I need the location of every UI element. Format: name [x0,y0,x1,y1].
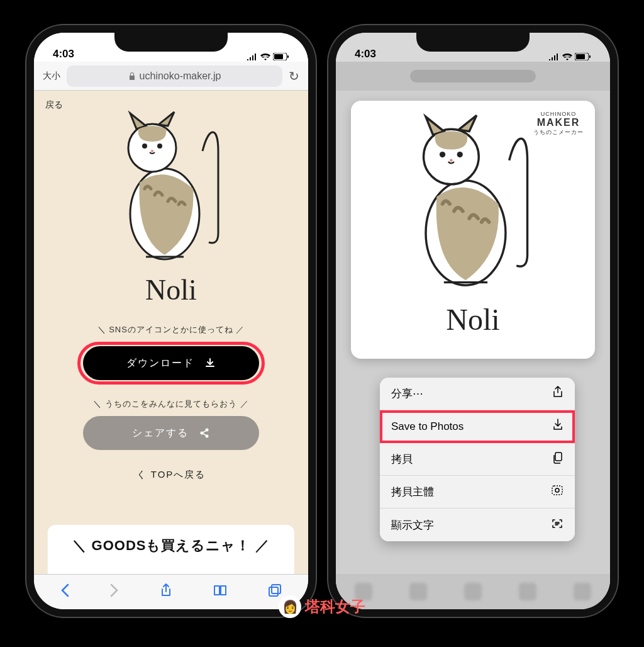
share-sheet-icon[interactable] [160,583,172,602]
svg-point-6 [157,143,162,149]
save-icon [552,419,564,434]
svg-rect-14 [576,54,585,59]
cat-illustration [397,110,548,298]
status-icons [548,53,591,60]
context-menu: 分享⋯ Save to Photos 拷貝 拷貝主體 [380,378,575,541]
bookmarks-icon[interactable] [213,584,227,600]
share-label: シェアする [132,427,189,440]
menu-item-copy[interactable]: 拷貝 [380,443,575,476]
back-link[interactable]: 戻る [45,99,63,111]
goods-banner[interactable]: ＼ GOODSも買えるニャ！ ／ [48,525,294,574]
menu-item-save-to-photos[interactable]: Save to Photos [380,410,575,443]
download-icon [204,357,216,369]
svg-rect-12 [269,587,278,596]
svg-point-20 [450,159,453,162]
share-icon [199,427,210,439]
download-button[interactable]: ダウンロード [83,346,259,380]
svg-point-18 [440,152,445,157]
highlight-ring-download: ダウンロード [77,342,265,385]
copy-icon [552,451,564,467]
notch [114,33,228,52]
phone-right: 4:03 UCHINOKO MAKER うちのこメーカー [328,25,618,617]
lock-icon [128,72,136,81]
text-size-button[interactable]: 大小 [43,70,60,82]
live-text-icon [551,518,564,532]
svg-rect-1 [274,54,283,59]
download-label: ダウンロード [126,357,194,370]
watermark-avatar: 👩 [279,595,301,618]
brand-logo: UCHINOKO MAKER うちのこメーカー [533,111,584,137]
blurred-toolbar [336,574,610,609]
svg-rect-11 [272,585,280,594]
cat-name: Noli [351,302,595,337]
menu-label: 分享⋯ [391,386,423,401]
url-text: uchinoko-maker.jp [140,70,221,82]
notch [416,33,530,52]
phone-left: 4:03 大小 uchinoko-maker.jp ↻ 戻る [26,25,316,617]
status-icons [247,53,289,60]
menu-item-show-text[interactable]: 顯示文字 [380,509,575,541]
svg-point-19 [457,152,463,157]
copy-subject-icon [551,485,564,499]
image-preview-card: UCHINOKO MAKER うちのこメーカー Noli [351,101,595,359]
reload-icon[interactable]: ↻ [289,69,299,84]
cat-illustration [108,107,234,271]
menu-label: 拷貝 [391,452,413,466]
status-time: 4:03 [53,48,74,60]
menu-item-share[interactable]: 分享⋯ [380,378,575,410]
menu-label: 顯示文字 [391,518,434,532]
back-to-top-link[interactable]: く TOPへ戻る [34,469,308,481]
share-hint: うちのこをみんなに見てもらおう [34,398,308,410]
page-content: 戻る Noli [34,91,308,574]
svg-rect-2 [287,55,289,58]
svg-rect-22 [552,486,562,495]
watermark-text: 塔科女子 [305,597,365,617]
status-time: 4:03 [355,48,376,60]
menu-label: 拷貝主體 [391,485,434,499]
svg-rect-15 [589,55,591,58]
svg-rect-21 [555,453,562,461]
svg-point-5 [142,143,147,149]
cat-preview: Noli [34,91,308,307]
watermark: 👩 塔科女子 [279,595,365,618]
cat-name: Noli [34,273,308,307]
svg-point-23 [555,488,559,492]
share-icon [552,386,564,402]
forward-icon [110,583,119,601]
blurred-address-bar [336,62,610,91]
svg-point-7 [151,150,153,152]
menu-label: Save to Photos [391,420,464,433]
back-icon[interactable] [60,583,69,601]
safari-toolbar [34,574,308,609]
svg-point-8 [201,432,204,435]
menu-item-copy-subject[interactable]: 拷貝主體 [380,476,575,509]
share-button[interactable]: シェアする [83,416,259,450]
url-field[interactable]: uchinoko-maker.jp [67,65,282,87]
safari-address-bar[interactable]: 大小 uchinoko-maker.jp ↻ [34,62,308,91]
download-hint: SNSのアイコンとかに使ってね [34,324,308,335]
